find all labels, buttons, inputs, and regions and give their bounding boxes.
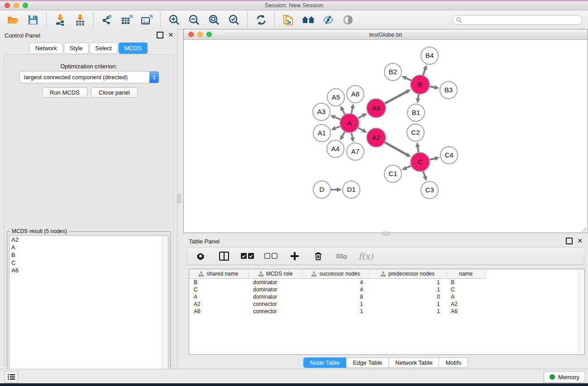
close-panel-icon[interactable]: ✕ [168, 33, 173, 38]
graph-node-label: B4 [425, 52, 434, 59]
table-cell[interactable]: A6 [189, 308, 249, 315]
refresh-icon[interactable] [254, 13, 268, 27]
table-row[interactable]: A6connector11A6 [189, 308, 584, 315]
table-cell[interactable]: 1 [303, 308, 369, 315]
add-column-icon[interactable] [288, 249, 301, 263]
table-settings-icon[interactable] [194, 249, 207, 263]
result-list-scrollbar[interactable] [162, 236, 168, 385]
table-cell[interactable]: C [446, 286, 486, 293]
deselect-all-icon[interactable] [264, 249, 278, 263]
save-session-icon[interactable] [26, 13, 40, 27]
zoom-out-icon[interactable] [187, 13, 201, 27]
tab-select[interactable]: Select [90, 43, 118, 54]
result-list-item[interactable]: A [10, 243, 168, 251]
table-row[interactable]: A2connector11A2 [189, 300, 584, 308]
column-header-predecessor-nodes[interactable]: predecessor nodes [369, 269, 446, 279]
table-close-panel-icon[interactable]: ✕ [577, 238, 583, 243]
table-cell[interactable]: 1 [369, 279, 446, 286]
column-header-name[interactable]: name [446, 269, 486, 279]
close-panel-button[interactable]: Close panel [91, 87, 138, 98]
home-layout-icon[interactable] [301, 13, 315, 27]
tab-network-table[interactable]: Network Table [389, 357, 439, 368]
table-cell[interactable]: A [446, 294, 486, 300]
mcds-result-title: MCDS result (5 nodes) [10, 228, 69, 234]
mcds-result-list[interactable]: A2ABCA6 [9, 235, 168, 386]
export-network-icon[interactable] [100, 13, 114, 27]
table-cell[interactable]: connector [249, 301, 303, 307]
tab-network[interactable]: Network [29, 43, 63, 54]
column-header-MCDS-role[interactable]: MCDS role [249, 269, 303, 279]
delete-column-icon[interactable] [311, 249, 325, 263]
column-header-successor-nodes[interactable]: successor nodes [303, 269, 369, 279]
graph-node-label: A3 [317, 108, 325, 115]
import-network-icon[interactable] [53, 13, 67, 27]
graph-node-label: C1 [388, 170, 397, 177]
table-cell[interactable]: 1 [369, 286, 446, 293]
table-row[interactable]: Adominator80A [189, 293, 584, 300]
table-cell[interactable]: C [189, 286, 249, 293]
import-table-icon[interactable] [73, 13, 87, 27]
table-cell[interactable]: 4 [303, 286, 369, 293]
table-body: Bdominator41BCdominator41CAdominator80AA… [189, 279, 584, 315]
table-row[interactable]: Cdominator41C [189, 286, 584, 293]
export-table-icon[interactable] [120, 13, 134, 27]
run-mcds-button[interactable]: Run MCDS [42, 87, 87, 98]
float-panel-icon[interactable] [157, 32, 163, 38]
table-cell[interactable]: dominator [249, 279, 303, 286]
search-input[interactable] [452, 15, 583, 25]
optimization-criterion-label: Optimization criterion: [4, 63, 173, 70]
tab-style[interactable]: Style [64, 43, 89, 54]
table-cell[interactable]: 4 [303, 279, 369, 286]
table-cell[interactable]: 1 [303, 301, 369, 307]
table-cell[interactable]: 1 [369, 308, 446, 315]
table-cell[interactable]: dominator [249, 286, 303, 293]
result-list-item[interactable]: A2 [10, 236, 168, 243]
zoom-selected-icon[interactable] [227, 13, 241, 27]
zoom-in-icon[interactable] [167, 13, 181, 27]
export-image-icon[interactable] [140, 13, 154, 27]
open-session-icon[interactable] [6, 13, 20, 27]
table-cell[interactable]: 1 [369, 301, 446, 307]
table-cell[interactable]: B [446, 279, 486, 286]
split-divider-handle[interactable] [382, 232, 390, 235]
table-cell[interactable]: A6 [446, 308, 486, 315]
table-cell[interactable]: A [189, 294, 249, 300]
result-list-item[interactable]: A6 [10, 267, 168, 274]
table-float-panel-icon[interactable] [566, 238, 573, 244]
table-cell[interactable]: A2 [189, 301, 249, 307]
table-scrollbar[interactable] [578, 269, 584, 354]
table-cell[interactable]: 8 [303, 294, 369, 300]
tab-motifs[interactable]: Motifs [439, 357, 468, 368]
graph-node-label: D1 [347, 186, 355, 193]
tab-edge-table[interactable]: Edge Table [346, 357, 389, 368]
network-graph-canvas[interactable]: B4B2BB3B1A5A8A3A6AA1C2A2A4A7CC4C1C3DD1 [184, 40, 588, 233]
optimization-criterion-select[interactable]: largest connected component (directed) ▲… [19, 71, 159, 83]
table-cell[interactable]: 0 [369, 294, 446, 300]
table-cell[interactable]: B [189, 279, 249, 286]
hide-graphics-details-icon[interactable] [321, 13, 335, 27]
result-list-item[interactable]: C [10, 259, 168, 267]
column-header-shared-name[interactable]: shared name [189, 269, 249, 279]
arrowhead-icon [350, 104, 355, 109]
task-history-button[interactable] [5, 371, 18, 383]
memory-button[interactable]: Memory [544, 371, 585, 383]
arrowhead-icon [416, 98, 421, 104]
show-graphics-details-icon[interactable] [341, 13, 355, 27]
table-header-row: shared nameMCDS rolesuccessor nodesprede… [189, 269, 584, 279]
table-cell[interactable]: dominator [249, 294, 303, 300]
network-window-title: testGlobe.txt [184, 31, 588, 38]
resize-grip-icon[interactable] [581, 226, 587, 232]
node-table[interactable]: shared nameMCDS rolesuccessor nodesprede… [189, 269, 585, 355]
result-list-item[interactable]: B [10, 251, 168, 259]
table-cell[interactable]: A2 [446, 301, 486, 307]
column-header-label: name [459, 271, 473, 277]
duplicate-network-icon[interactable] [282, 13, 295, 27]
column-layout-icon[interactable] [217, 249, 231, 263]
table-row[interactable]: Bdominator41B [189, 279, 584, 286]
panel-divider-handle[interactable] [177, 195, 181, 203]
zoom-fit-icon[interactable] [207, 13, 221, 27]
tab-mcds[interactable]: MCDS [119, 43, 148, 54]
tab-node-table[interactable]: Node Table [303, 357, 347, 368]
select-all-icon[interactable] [241, 249, 254, 263]
table-cell[interactable]: connector [249, 308, 303, 315]
